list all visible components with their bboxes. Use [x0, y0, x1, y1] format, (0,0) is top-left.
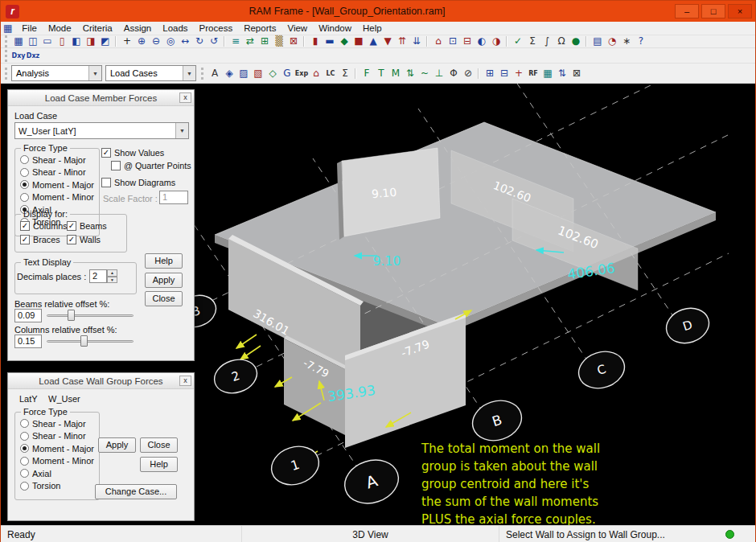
toolbar-grip[interactable] [5, 35, 7, 47]
load-up-icon[interactable]: ⇈ [395, 35, 409, 47]
menu-process[interactable]: Process [194, 23, 239, 34]
reaction-icon[interactable]: ⊥ [432, 68, 446, 80]
story-view-icon[interactable]: ◫ [26, 35, 40, 47]
spin-up-icon[interactable]: ▲ [107, 269, 117, 277]
radio-moment-major[interactable]: Moment - Major [20, 179, 99, 191]
rotate-left-icon[interactable]: ↺ [207, 35, 221, 47]
menu-file[interactable]: File [16, 23, 43, 34]
model-grid-icon[interactable]: ▦ [11, 35, 26, 47]
rigid-frame-icon[interactable]: RF [526, 68, 540, 80]
help-button[interactable]: Help [145, 253, 183, 269]
sum-forces-icon[interactable]: Σ [338, 68, 352, 80]
checkbox-show-values[interactable]: ✓Show Values [101, 146, 191, 159]
center-of-rigidity-icon[interactable]: ◇ [265, 68, 280, 80]
radio-moment-minor[interactable]: Moment - Minor [20, 191, 99, 204]
decimals-stepper[interactable]: 2 ▲▼ [89, 269, 117, 283]
rotate-right-icon[interactable]: ↻ [192, 35, 207, 47]
menu-mode[interactable]: Mode [43, 23, 77, 34]
dialog-titlebar[interactable]: Load Case Member Forces x [8, 90, 194, 106]
exponent-icon[interactable]: Exp [294, 68, 309, 80]
checkbox-show-diagrams[interactable]: Show Diagrams [101, 176, 191, 189]
frame-elevation-icon[interactable]: ▭ [40, 35, 55, 47]
menu-help[interactable]: Help [357, 23, 388, 34]
beam-tool-icon[interactable]: ▬ [323, 35, 337, 47]
3d-viewport[interactable]: 9.10 102.60 102.60 9.10 406.06 316.01 -7… [1, 84, 755, 525]
grid-settings-icon[interactable]: ⊡ [446, 35, 460, 47]
wall-view-icon[interactable]: ▯ [55, 35, 69, 47]
spin-down-icon[interactable]: ▼ [107, 277, 117, 284]
members-toggle-icon[interactable]: ⇄ [243, 35, 257, 47]
joints-toggle-icon[interactable]: ⊞ [257, 35, 272, 47]
moment-force-icon[interactable]: M [388, 68, 403, 80]
zoom-in-icon[interactable]: ⊕ [134, 35, 149, 47]
radio-shear-major[interactable]: Shear - Major [20, 417, 99, 430]
redraw-icon[interactable]: ≡ [228, 35, 243, 47]
zoom-window-icon[interactable]: ◎ [163, 35, 178, 47]
deck-toggle-icon[interactable]: ▒ [272, 35, 286, 47]
render-icon[interactable]: ◑ [489, 35, 503, 47]
wall-tool-icon[interactable]: ■ [351, 35, 366, 47]
radio-moment-minor[interactable]: Moment - Minor [20, 455, 99, 468]
dialog-titlebar[interactable]: Load Case Wall Group Forces x [8, 373, 194, 389]
load-case-select[interactable]: W_User [LatY] ▼ [14, 122, 189, 139]
radio-shear-minor[interactable]: Shear - Minor [20, 166, 99, 179]
menu-assign[interactable]: Assign [118, 23, 158, 34]
radio-torsion[interactable]: Torsion [20, 480, 99, 493]
settings-icon[interactable]: ∗ [619, 35, 634, 47]
radio-shear-minor[interactable]: Shear - Minor [20, 430, 99, 443]
radio-axial[interactable]: Axial [20, 467, 99, 480]
view-angle-icon[interactable]: ◈ [222, 68, 236, 80]
minimize-icon[interactable]: – [675, 4, 699, 18]
help-icon[interactable]: ? [634, 35, 648, 47]
column-tool-icon[interactable]: ▮ [308, 35, 323, 47]
menu-window[interactable]: Window [313, 23, 357, 34]
close-icon[interactable]: x [179, 376, 191, 386]
integral-icon[interactable]: ∫ [540, 35, 554, 47]
phi-icon[interactable]: Φ [446, 68, 461, 80]
deflection-icon[interactable]: ~ [417, 68, 432, 80]
checkbox-braces[interactable]: ✓Braces [20, 233, 67, 246]
toolbar-grip[interactable] [5, 50, 7, 62]
zoom-out-icon[interactable]: ⊖ [149, 35, 163, 47]
section-view-icon[interactable]: ◩ [98, 35, 113, 47]
slab-tool-icon[interactable]: ▼ [380, 35, 395, 47]
torsion-force-icon[interactable]: T [374, 68, 388, 80]
beams-offset-slider[interactable] [47, 309, 134, 322]
menu-reports[interactable]: Reports [238, 23, 281, 34]
omega-icon[interactable]: Ω [554, 35, 569, 47]
load-case-icon[interactable]: LC [323, 68, 338, 80]
delete-icon[interactable]: ⊠ [286, 35, 301, 47]
columns-offset-slider[interactable] [47, 335, 134, 347]
close-icon[interactable]: x [179, 92, 191, 103]
apply-button[interactable]: Apply [145, 273, 183, 288]
shade-icon[interactable]: ◐ [475, 35, 489, 47]
select-pointer-icon[interactable]: + [120, 35, 134, 47]
text-size-icon[interactable]: A [207, 68, 222, 80]
home-view-icon[interactable]: ⌂ [431, 35, 446, 47]
maximize-icon[interactable]: □ [701, 4, 725, 18]
columns-offset-input[interactable]: 0.15 [14, 335, 42, 348]
menu-criteria[interactable]: Criteria [77, 23, 118, 34]
brace-tool-icon[interactable]: ◆ [337, 35, 351, 47]
mesh-icon[interactable]: ▧ [251, 68, 265, 80]
crosshair-icon[interactable]: + [512, 68, 526, 80]
sum-loads-icon[interactable]: Σ [525, 35, 540, 47]
footing-tool-icon[interactable]: ▲ [366, 35, 380, 47]
hatch-walls-icon[interactable]: ▨ [236, 68, 251, 80]
chart-icon[interactable]: ◔ [605, 35, 619, 47]
remove-view-icon[interactable]: ⊟ [497, 68, 512, 80]
no-display-icon[interactable]: ⊘ [461, 68, 475, 80]
checkbox-quarter-points[interactable]: @ Quarter Points [111, 159, 191, 172]
scale-factor-input[interactable]: 1 [159, 191, 188, 204]
clip-planes-icon[interactable]: ⊟ [460, 35, 475, 47]
deflected-shape-xz-icon[interactable]: Dxz [26, 50, 40, 62]
updown-icon[interactable]: ⇅ [555, 68, 569, 80]
plan-view-icon[interactable]: ◧ [69, 35, 84, 47]
run-analysis-icon[interactable]: ● [569, 35, 583, 47]
mdi-child-icon[interactable]: ▦ [3, 23, 12, 34]
radio-shear-major[interactable]: Shear - Major [20, 154, 99, 166]
radio-moment-major[interactable]: Moment - Major [20, 442, 99, 455]
story-shear-icon[interactable]: ⌂ [309, 68, 323, 80]
axial-force-icon[interactable]: F [360, 68, 374, 80]
change-case-button[interactable]: Change Case... [95, 484, 177, 499]
